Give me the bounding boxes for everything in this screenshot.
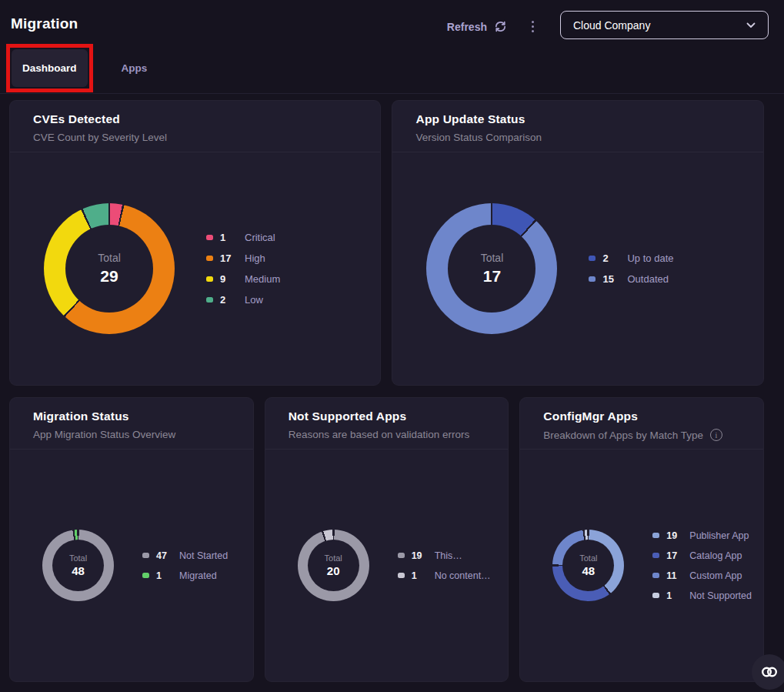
legend-count: 19	[666, 530, 683, 541]
legend-swatch-icon	[652, 573, 659, 578]
legend-item[interactable]: 9 Medium	[206, 273, 280, 285]
legend-swatch-icon	[589, 256, 596, 261]
company-dropdown-value: Cloud Company	[573, 19, 650, 32]
card-subtitle: Breakdown of Apps by Match Type	[543, 430, 703, 441]
legend-label: Publisher App	[689, 530, 749, 541]
donut-hole: Total 20	[308, 540, 359, 591]
legend-item[interactable]: 2 Up to date	[589, 252, 673, 264]
legend-item[interactable]: 47 Not Started	[142, 550, 228, 561]
legend-swatch-icon	[398, 573, 405, 578]
legend-item[interactable]: 1 No content…	[398, 570, 491, 581]
tab-dashboard[interactable]: Dashboard	[12, 49, 88, 87]
legend-item[interactable]: 11 Custom App	[652, 570, 752, 581]
header-controls: Refresh Cloud Company	[447, 11, 769, 39]
legend: 19 Publisher App 17 Catalog App 11 Custo…	[652, 530, 752, 601]
card-app-update-status: App Update Status Version Status Compari…	[392, 100, 764, 386]
legend-count: 47	[156, 550, 173, 561]
legend-count: 1	[220, 232, 239, 243]
donut-chart[interactable]: Total 17	[426, 203, 557, 334]
legend-label: Not Supported	[689, 590, 752, 601]
card-header: CVEs Detected CVE Count by Severity Leve…	[10, 101, 380, 152]
donut-total-value: 20	[327, 564, 340, 577]
card-title: ConfigMgr Apps	[543, 410, 740, 423]
donut-total-value: 48	[72, 564, 85, 577]
donut-total-label: Total	[69, 553, 87, 563]
refresh-icon	[494, 20, 507, 33]
card-header: Migration Status App Migration Status Ov…	[10, 398, 253, 449]
donut-hole: Total 29	[65, 225, 153, 313]
card-header: Not Supported Apps Reasons are based on …	[265, 398, 509, 449]
card-not-supported-apps: Not Supported Apps Reasons are based on …	[265, 397, 509, 682]
info-icon[interactable]: i	[710, 429, 722, 441]
legend-count: 17	[666, 550, 683, 561]
card-body: Total 48 47 Not Started 1 Migrated	[10, 450, 253, 681]
donut-total-value: 17	[483, 267, 501, 286]
legend-item[interactable]: 1 Critical	[206, 232, 280, 243]
floating-action-button[interactable]	[752, 654, 784, 690]
card-cves-detected: CVEs Detected CVE Count by Severity Leve…	[9, 100, 381, 386]
tab-apps[interactable]: Apps	[122, 62, 148, 74]
legend-label: Custom App	[689, 570, 742, 581]
donut-hole: Total 17	[448, 225, 535, 313]
donut-total-label: Total	[98, 252, 121, 264]
legend-count: 2	[602, 252, 621, 264]
donut-chart[interactable]: Total 29	[44, 203, 175, 334]
legend-label: No content…	[435, 570, 491, 581]
company-dropdown[interactable]: Cloud Company	[560, 11, 769, 39]
legend-label: Up to date	[627, 252, 673, 264]
tabs-bar: Dashboard Apps	[0, 42, 784, 94]
page-header: Migration Refresh Cloud Company	[0, 0, 784, 42]
refresh-button[interactable]: Refresh	[447, 17, 507, 33]
legend-swatch-icon	[206, 235, 213, 240]
legend-label: Migrated	[179, 570, 217, 581]
legend-count: 11	[666, 570, 683, 581]
legend-swatch-icon	[652, 593, 659, 598]
page-title: Migration	[11, 11, 78, 32]
donut-total-label: Total	[325, 553, 342, 563]
card-body: Total 29 1 Critical 17 High 9 Medium	[10, 152, 380, 385]
donut-total-label: Total	[579, 553, 597, 563]
donut-hole: Total 48	[52, 540, 104, 591]
legend-label: Catalog App	[689, 550, 742, 561]
card-body: Total 48 19 Publisher App 17 Catalog App…	[520, 450, 763, 681]
card-title: CVEs Detected	[33, 112, 357, 126]
donut-total-value: 48	[582, 564, 595, 577]
legend: 1 Critical 17 High 9 Medium 2 Low	[206, 232, 280, 306]
legend-swatch-icon	[589, 276, 596, 282]
legend-label: Not Started	[179, 550, 228, 561]
card-title: App Update Status	[415, 112, 740, 126]
cards-grid: CVEs Detected CVE Count by Severity Leve…	[9, 100, 764, 682]
legend-swatch-icon	[652, 553, 659, 558]
legend-item[interactable]: 17 High	[206, 252, 280, 264]
legend-item[interactable]: 15 Outdated	[589, 273, 673, 285]
legend-count: 9	[220, 273, 239, 285]
legend-count: 1	[156, 570, 173, 581]
card-body: Total 17 2 Up to date 15 Outdated	[392, 152, 763, 385]
legend-count: 17	[220, 252, 239, 264]
legend-item[interactable]: 1 Not Supported	[652, 590, 752, 601]
legend-swatch-icon	[142, 573, 149, 578]
legend-swatch-icon	[398, 553, 405, 558]
legend-item[interactable]: 19 Publisher App	[652, 530, 752, 541]
legend-count: 2	[220, 294, 239, 306]
legend-item[interactable]: 19 This…	[398, 550, 491, 561]
legend-label: This…	[435, 550, 462, 561]
legend-item[interactable]: 17 Catalog App	[652, 550, 752, 561]
legend-label: Critical	[245, 232, 275, 243]
card-body: Total 20 19 This… 1 No content…	[265, 450, 509, 681]
donut-total-value: 29	[100, 267, 118, 286]
legend-item[interactable]: 1 Migrated	[142, 570, 228, 581]
legend-count: 1	[666, 590, 683, 601]
legend-swatch-icon	[206, 276, 213, 282]
legend-item[interactable]: 2 Low	[206, 294, 280, 306]
donut-hole: Total 48	[562, 540, 614, 591]
legend-swatch-icon	[142, 553, 149, 558]
card-title: Not Supported Apps	[289, 410, 485, 423]
donut-chart[interactable]: Total 48	[552, 530, 624, 601]
donut-chart[interactable]: Total 20	[298, 530, 369, 601]
legend-swatch-icon	[206, 297, 213, 303]
donut-chart[interactable]: Total 48	[42, 530, 114, 601]
kebab-menu-icon[interactable]	[529, 18, 537, 35]
legend-label: Outdated	[627, 273, 669, 285]
linked-circles-icon	[759, 666, 779, 678]
